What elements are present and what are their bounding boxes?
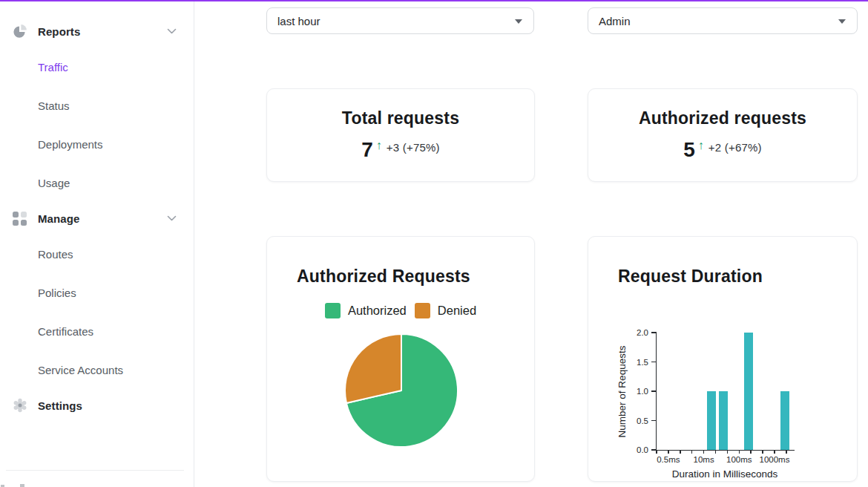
x-axis-tick xyxy=(656,450,657,454)
chevron-down-icon[interactable] xyxy=(167,215,177,222)
stat-value: 7 xyxy=(361,140,373,160)
legend-label: Authorized xyxy=(348,304,407,318)
x-axis-tick-label: 1000ms xyxy=(760,455,790,464)
y-axis-tick-label: 1.0 xyxy=(621,386,648,396)
sidebar-item-usage[interactable]: Usage xyxy=(0,173,194,192)
y-axis-tick-label: 0.0 xyxy=(621,445,648,455)
stat-value-row: 7 ↑ +3 (+75%) xyxy=(267,140,534,160)
x-axis-tick-label: 10ms xyxy=(694,455,714,464)
sidebar-item-service-accounts[interactable]: Service Accounts xyxy=(0,360,194,379)
bar-chart: 0.00.51.01.52.00.5ms10ms100ms1000ms xyxy=(656,333,795,451)
x-axis-label: Duration in Milliseconds xyxy=(645,468,805,480)
x-axis-tick xyxy=(750,450,752,454)
gear-icon xyxy=(13,398,27,413)
legend-swatch-authorized xyxy=(325,303,341,318)
y-axis-tick-label: 0.5 xyxy=(621,416,648,426)
x-axis-tick xyxy=(774,450,775,454)
x-axis-tick xyxy=(668,450,669,454)
stat-title: Total requests xyxy=(267,108,534,128)
authorized-requests-card: Authorized requests 5 ↑ +2 (+67%) xyxy=(588,88,858,182)
sidebar-item-label: Routes xyxy=(38,248,73,261)
up-arrow-icon: ↑ xyxy=(698,140,704,151)
grid-icon xyxy=(13,212,27,226)
total-requests-card: Total requests 7 ↑ +3 (+75%) xyxy=(266,88,535,182)
sidebar-item-label: Service Accounts xyxy=(38,364,123,376)
sidebar-item-label: Deployments xyxy=(38,138,103,151)
x-axis-tick xyxy=(786,450,787,454)
top-accent-bar xyxy=(0,0,868,1)
x-axis-tick xyxy=(739,450,740,454)
histogram-bar xyxy=(719,391,728,450)
stat-value: 5 xyxy=(683,140,695,160)
up-arrow-icon: ↑ xyxy=(376,140,382,151)
app-window: Reports Traffic Status Deployments Usage… xyxy=(0,0,868,487)
y-axis-tick xyxy=(651,390,657,392)
y-axis-tick-label: 1.5 xyxy=(621,357,648,367)
sidebar-divider xyxy=(6,470,184,471)
y-axis-tick-label: 2.0 xyxy=(621,327,648,338)
caret-down-icon xyxy=(515,19,522,24)
sidebar-section-manage[interactable]: Manage xyxy=(0,209,194,228)
stat-title: Authorized requests xyxy=(588,108,857,128)
x-axis-tick xyxy=(680,450,681,454)
sidebar-item-label: Usage xyxy=(38,177,70,189)
role-value: Admin xyxy=(599,15,631,27)
caret-down-icon xyxy=(838,19,846,24)
x-axis-tick xyxy=(762,450,763,454)
legend-label: Denied xyxy=(438,304,476,318)
x-axis-tick xyxy=(703,450,705,454)
sidebar-section-reports[interactable]: Reports xyxy=(0,22,194,41)
cutoff-element xyxy=(20,484,24,487)
pie-chart-icon xyxy=(13,24,27,39)
time-range-select[interactable]: last hour xyxy=(266,7,534,34)
x-axis-tick xyxy=(691,450,693,454)
y-axis-tick xyxy=(651,332,657,333)
histogram-bar xyxy=(707,391,716,450)
y-axis-tick xyxy=(651,362,657,363)
chart-title: Request Duration xyxy=(618,267,763,287)
legend-swatch-denied xyxy=(415,303,430,318)
sidebar-section-label: Settings xyxy=(38,399,82,412)
sidebar-item-policies[interactable]: Policies xyxy=(0,283,194,302)
legend-item-authorized: Authorized xyxy=(325,303,407,318)
x-axis-tick xyxy=(715,450,717,454)
sidebar-item-routes[interactable]: Routes xyxy=(0,244,194,264)
sidebar-item-label: Status xyxy=(38,99,70,112)
authorized-requests-pie-card: Authorized Requests Authorized Denied xyxy=(266,236,535,482)
sidebar-item-label: Certificates xyxy=(38,325,93,338)
request-duration-card: Request Duration Number of Requests 0.00… xyxy=(588,236,858,482)
sidebar-item-label: Traffic xyxy=(38,61,68,73)
sidebar-section-label: Manage xyxy=(38,212,79,225)
stat-delta: +2 (+67%) xyxy=(708,141,762,154)
stat-value-row: 5 ↑ +2 (+67%) xyxy=(588,140,857,160)
sidebar-item-certificates[interactable]: Certificates xyxy=(0,321,194,341)
stat-delta: +3 (+75%) xyxy=(387,141,440,154)
time-range-value: last hour xyxy=(277,15,320,27)
x-axis-tick-label: 100ms xyxy=(726,455,752,464)
histogram-bar xyxy=(744,333,753,450)
role-select[interactable]: Admin xyxy=(588,7,858,34)
sidebar-section-label: Reports xyxy=(38,25,80,38)
x-axis-tick-label: 0.5ms xyxy=(657,455,680,464)
sidebar: Reports Traffic Status Deployments Usage… xyxy=(0,0,194,487)
sidebar-item-traffic[interactable]: Traffic xyxy=(0,57,194,76)
sidebar-item-label: Policies xyxy=(38,287,76,299)
x-axis-tick xyxy=(727,450,729,454)
sidebar-item-deployments[interactable]: Deployments xyxy=(0,134,194,154)
sidebar-item-status[interactable]: Status xyxy=(0,96,194,115)
chevron-down-icon[interactable] xyxy=(167,28,177,35)
sidebar-section-settings[interactable]: Settings xyxy=(0,396,194,415)
pie-slice xyxy=(345,334,401,403)
histogram-bar xyxy=(780,391,789,450)
y-axis-tick xyxy=(651,420,657,422)
chart-title: Authorized Requests xyxy=(297,267,470,287)
pie-legend: Authorized Denied xyxy=(267,303,534,318)
legend-item-denied: Denied xyxy=(415,303,476,318)
pie-chart xyxy=(343,333,459,448)
